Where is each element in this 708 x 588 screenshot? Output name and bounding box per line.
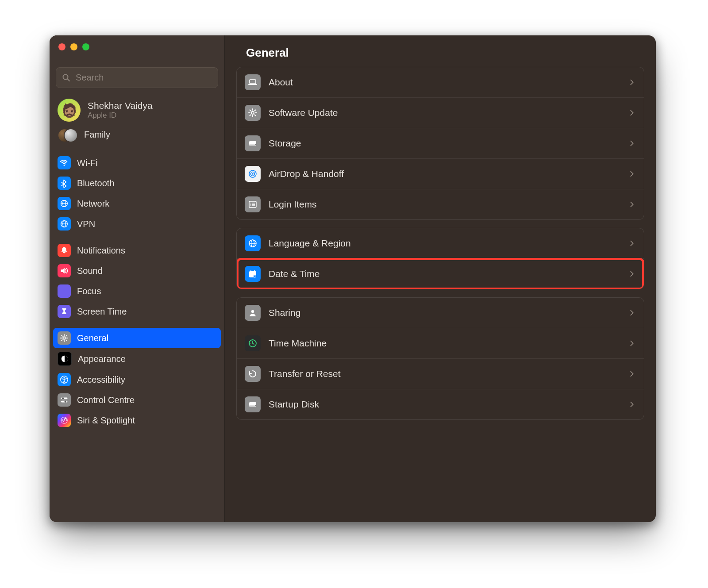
family-avatars [58, 128, 77, 141]
sidebar: 🧔🏽 Shekhar Vaidya Apple ID Family Wi-FiB… [50, 35, 225, 522]
row-label: About [269, 77, 620, 88]
accessibility-icon [58, 373, 71, 386]
clock-icon [245, 335, 261, 351]
sidebar-item-label: Screen Time [77, 307, 127, 317]
sidebar-item-network[interactable]: Network [53, 193, 221, 214]
search-icon [62, 73, 71, 82]
moon-icon [58, 284, 71, 298]
sidebar-item-vpn[interactable]: VPN [53, 214, 221, 234]
row-label: Startup Disk [269, 399, 620, 410]
row-about[interactable]: About [237, 67, 644, 97]
row-datetime[interactable]: Date & Time [237, 258, 644, 289]
sidebar-item-label: Bluetooth [77, 178, 115, 188]
sidebar-item-general[interactable]: General [53, 328, 221, 348]
bluetooth-icon [58, 177, 71, 190]
sidebar-item-label: Appearance [78, 354, 126, 364]
wifi-icon [58, 156, 71, 169]
bell-icon [58, 244, 71, 257]
row-loginitems[interactable]: Login Items [237, 189, 644, 219]
sidebar-item-siri[interactable]: Siri & Spotlight [53, 410, 221, 430]
settings-card: AboutSoftware UpdateStorageAirDrop & Han… [236, 67, 644, 220]
chevron-right-icon [628, 370, 636, 378]
sidebar-item-label: Wi-Fi [77, 158, 98, 168]
account-name: Shekhar Vaidya [88, 100, 153, 111]
sidebar-item-notifications[interactable]: Notifications [53, 240, 221, 261]
chevron-right-icon [628, 139, 636, 147]
sidebar-item-label: Focus [77, 286, 101, 296]
row-label: Time Machine [269, 338, 620, 349]
row-language[interactable]: Language & Region [237, 228, 644, 258]
titlebar: General [225, 35, 656, 64]
content: AboutSoftware UpdateStorageAirDrop & Han… [225, 64, 656, 522]
row-label: Sharing [269, 307, 620, 318]
globe-icon [58, 197, 71, 210]
page-title: General [246, 46, 644, 60]
settings-window: 🧔🏽 Shekhar Vaidya Apple ID Family Wi-FiB… [50, 35, 656, 522]
disk-icon [245, 135, 261, 151]
minimize-window-button[interactable] [70, 43, 77, 50]
sidebar-item-appearance[interactable]: Appearance [53, 348, 221, 369]
globe-icon [58, 217, 71, 231]
sidebar-item-screentime[interactable]: Screen Time [53, 301, 221, 322]
row-softwareupdate[interactable]: Software Update [237, 97, 644, 128]
sidebar-item-label: VPN [77, 219, 95, 229]
sidebar-item-wifi[interactable]: Wi-Fi [53, 153, 221, 173]
avatar: 🧔🏽 [58, 99, 81, 122]
sidebar-item-sound[interactable]: Sound [53, 261, 221, 281]
row-transfer[interactable]: Transfer or Reset [237, 358, 644, 389]
siri-icon [58, 414, 71, 427]
close-window-button[interactable] [58, 43, 65, 50]
search-field-container [56, 67, 218, 88]
row-label: AirDrop & Handoff [269, 169, 620, 179]
sidebar-nav: Wi-FiBluetoothNetworkVPNNotificationsSou… [50, 147, 224, 522]
sidebar-item-label: Control Centre [77, 395, 135, 405]
chevron-right-icon [628, 239, 636, 247]
gear-icon [58, 331, 71, 345]
row-label: Storage [269, 138, 620, 149]
hourglass-icon [58, 305, 71, 318]
disk-icon [245, 396, 261, 412]
row-airdrop[interactable]: AirDrop & Handoff [237, 158, 644, 189]
chevron-right-icon [628, 200, 636, 208]
family-label: Family [84, 130, 110, 140]
chevron-right-icon [628, 78, 636, 86]
sliders-icon [58, 393, 71, 407]
chevron-right-icon [628, 339, 636, 347]
speaker-icon [58, 264, 71, 277]
row-label: Login Items [269, 199, 620, 210]
calendar-icon [245, 266, 261, 282]
sidebar-item-controlcentre[interactable]: Control Centre [53, 390, 221, 410]
reset-icon [245, 366, 261, 382]
row-timemachine[interactable]: Time Machine [237, 328, 644, 358]
person-icon [245, 305, 261, 321]
row-storage[interactable]: Storage [237, 128, 644, 158]
globe-icon [245, 235, 261, 251]
sidebar-item-label: Accessibility [77, 375, 125, 385]
list-icon [245, 196, 261, 212]
sidebar-item-label: General [77, 333, 108, 343]
settings-card: SharingTime MachineTransfer or ResetStar… [236, 297, 644, 420]
gear-icon [245, 105, 261, 121]
sidebar-item-label: Notifications [77, 246, 125, 256]
chevron-right-icon [628, 170, 636, 178]
sidebar-item-bluetooth[interactable]: Bluetooth [53, 173, 221, 193]
row-startupdisk[interactable]: Startup Disk [237, 389, 644, 419]
sidebar-item-accessibility[interactable]: Accessibility [53, 369, 221, 390]
sidebar-item-label: Siri & Spotlight [77, 415, 135, 426]
main-panel: General AboutSoftware UpdateStorageAirDr… [225, 35, 656, 522]
chevron-right-icon [628, 109, 636, 117]
search-input[interactable] [56, 67, 218, 88]
sidebar-item-appleid[interactable]: 🧔🏽 Shekhar Vaidya Apple ID [50, 92, 224, 124]
row-sharing[interactable]: Sharing [237, 298, 644, 328]
zoom-window-button[interactable] [82, 43, 89, 50]
sidebar-item-focus[interactable]: Focus [53, 281, 221, 301]
chevron-right-icon [628, 400, 636, 408]
sidebar-item-family[interactable]: Family [50, 124, 224, 147]
contrast-icon [58, 352, 72, 366]
sidebar-item-label: Network [77, 199, 109, 209]
airdrop-icon [245, 166, 261, 182]
row-label: Date & Time [269, 269, 620, 279]
row-label: Language & Region [269, 238, 620, 249]
laptop-icon [245, 74, 261, 90]
row-label: Software Update [269, 108, 620, 118]
